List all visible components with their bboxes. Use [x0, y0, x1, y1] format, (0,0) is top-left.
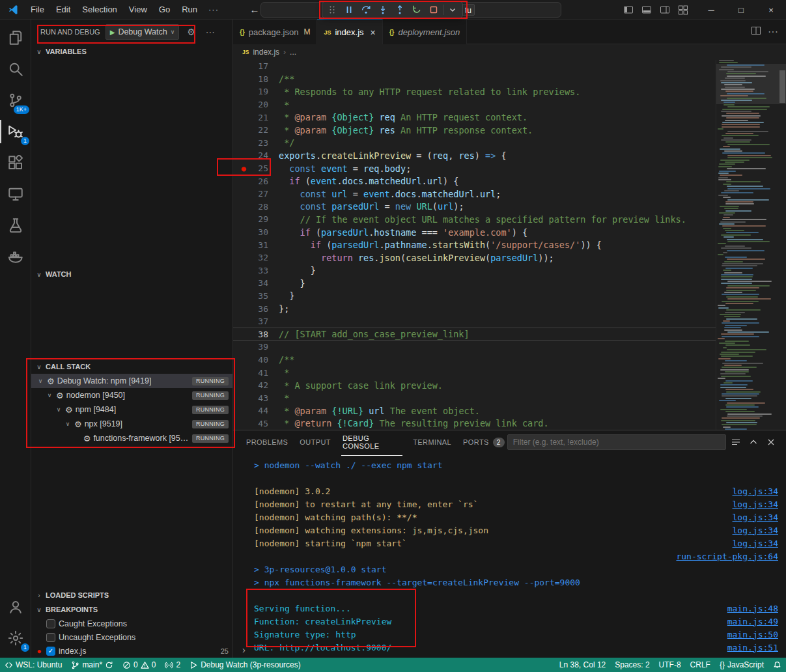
close-button[interactable]: × [756, 0, 786, 20]
code-line-42[interactable]: 42 * A support case link preview. [233, 379, 716, 392]
gutter[interactable]: 35 [233, 291, 268, 301]
indentation[interactable]: Spaces: 2 [610, 658, 654, 672]
code-line-39[interactable]: 39 [233, 341, 716, 354]
code-line-41[interactable]: 41 * [233, 366, 716, 379]
encoding[interactable]: UTF-8 [654, 658, 686, 672]
breadcrumb-file[interactable]: index.js [253, 48, 279, 57]
gutter[interactable]: 34 [233, 278, 268, 288]
section-variables[interactable]: ∨VARIABLES [31, 44, 232, 59]
open-launch-json-icon[interactable]: ⚙ [184, 27, 198, 37]
launch-config-select[interactable]: ▶ Debug Watch ∨ [105, 24, 180, 40]
call-stack-session[interactable]: ∨⚙npx [9519]RUNNING [31, 417, 232, 431]
minimize-button[interactable]: ─ [696, 0, 726, 20]
activity-explorer[interactable] [0, 22, 31, 53]
gutter[interactable]: 36 [233, 304, 268, 314]
code-line-33[interactable]: 33 } [233, 264, 716, 277]
code-line-32[interactable]: 32 return res.json(caseLinkPreview(parse… [233, 251, 716, 264]
code-line-30[interactable]: 30 if (parsedUrl.hostname === 'example.c… [233, 226, 716, 239]
ports-indicator[interactable]: 2 [160, 658, 185, 672]
activity-search[interactable] [0, 53, 31, 85]
code-line-34[interactable]: 34 } [233, 277, 716, 290]
code-line-26[interactable]: 26 if (event.docs.matchedUrl.url) { [233, 175, 716, 188]
split-editor-icon[interactable] [751, 25, 761, 38]
panel-tab-ports[interactable]: PORTS2 [462, 428, 506, 456]
activity-extensions[interactable] [0, 147, 31, 178]
call-stack-session[interactable]: ∨⚙nodemon [9450]RUNNING [31, 388, 232, 402]
source-link[interactable]: main.js:50 [727, 630, 778, 639]
gutter[interactable]: 44 [233, 406, 268, 415]
breadcrumb-symbol[interactable]: ... [290, 48, 296, 57]
code-line-19[interactable]: 19 * Responds to any HTTP request relate… [233, 85, 716, 98]
gutter[interactable]: ●25 [233, 163, 268, 173]
console-options-icon[interactable] [727, 434, 744, 451]
menu-run[interactable]: Run [176, 0, 203, 20]
menu-file[interactable]: File [25, 0, 50, 20]
editor-more-actions-icon[interactable]: ··· [768, 26, 778, 38]
section-breakpoints[interactable]: ∨BREAKPOINTS [31, 602, 232, 617]
checkbox[interactable] [46, 633, 55, 642]
panel-tab-output[interactable]: OUTPUT [298, 428, 332, 456]
activity-docker[interactable] [0, 241, 31, 272]
call-stack-session[interactable]: ∨⚙npm [9484]RUNNING [31, 402, 232, 417]
close-tab-icon[interactable]: × [371, 27, 376, 38]
gutter[interactable]: 40 [233, 355, 268, 365]
call-stack-session[interactable]: ∨⚙Debug Watch: npm [9419]RUNNING [31, 374, 232, 388]
source-link[interactable]: log.js:34 [733, 499, 778, 509]
start-debug-icon[interactable]: ▶ [110, 29, 115, 36]
code-line-31[interactable]: 31 if (parsedUrl.pathname.startsWith('/s… [233, 238, 716, 251]
gutter[interactable]: 30 [233, 227, 268, 237]
gutter[interactable]: 22 [233, 125, 268, 135]
minimap[interactable] [716, 60, 786, 430]
menu-view[interactable]: View [123, 0, 153, 20]
breakpoint-item[interactable]: Caught Exceptions [31, 617, 232, 630]
gutter[interactable]: 31 [233, 240, 268, 250]
language-mode[interactable]: {}JavaScript [715, 658, 768, 672]
views-more-actions-icon[interactable]: ··· [203, 27, 218, 37]
section-loaded-scripts[interactable]: ›LOADED SCRIPTS [31, 588, 232, 602]
code-line-28[interactable]: 28 const parsedUrl = new URL(url); [233, 201, 716, 214]
menu-selection[interactable]: Selection [76, 0, 122, 20]
gutter[interactable]: 43 [233, 393, 268, 403]
menu-go[interactable]: Go [153, 0, 176, 20]
code-line-37[interactable]: 37 [233, 315, 716, 328]
gutter[interactable]: 17 [233, 61, 268, 71]
code-line-25[interactable]: ●25 const event = req.body; [233, 162, 716, 175]
checkbox[interactable]: ✓ [46, 647, 55, 656]
section-watch[interactable]: ∨WATCH [31, 267, 232, 281]
editor-scrollbar[interactable] [779, 70, 785, 103]
pause-button[interactable] [341, 2, 358, 18]
activity-testing[interactable] [0, 210, 31, 241]
code-line-21[interactable]: 21 * @param {Object} req An HTTP request… [233, 111, 716, 124]
checkbox[interactable] [46, 619, 55, 628]
activity-settings[interactable]: 1 [0, 623, 31, 654]
source-link[interactable]: main.js:48 [727, 604, 778, 613]
code-line-38[interactable]: 38// [START add_ons_case_preview_link] [233, 328, 716, 341]
code-line-22[interactable]: 22 * @param {Object} res An HTTP respons… [233, 124, 716, 137]
code-line-29[interactable]: 29 // If the event object URL matches a … [233, 213, 716, 226]
call-stack-session[interactable]: ⚙functions-framework [954...RUNNING [31, 431, 232, 445]
step-over-button[interactable] [358, 2, 374, 18]
remote-indicator[interactable]: WSL: Ubuntu [0, 658, 66, 672]
toggle-sidebar-icon[interactable] [619, 0, 638, 20]
gutter[interactable]: 42 [233, 380, 268, 390]
tab-index.js[interactable]: JSindex.js× [317, 20, 382, 44]
panel-tab-problems[interactable]: PROBLEMS [245, 428, 289, 456]
gutter[interactable]: 45 [233, 419, 268, 428]
gutter[interactable]: 39 [233, 342, 268, 352]
tab-package.json[interactable]: {}package.jsonM [233, 20, 317, 44]
chevron-down-icon[interactable]: ∨ [46, 392, 53, 399]
gutter[interactable]: 33 [233, 266, 268, 275]
breakpoint-item[interactable]: ●✓index.js25 [31, 644, 232, 658]
panel-tab-debug-console[interactable]: DEBUG CONSOLE [341, 428, 402, 456]
notifications-bell[interactable] [768, 658, 786, 672]
step-out-button[interactable] [391, 2, 408, 18]
chevron-down-icon[interactable]: ∨ [36, 378, 44, 384]
problems-indicator[interactable]: 0 0 [118, 658, 160, 672]
menu-edit[interactable]: Edit [50, 0, 76, 20]
gutter[interactable]: 19 [233, 87, 268, 96]
source-link[interactable]: run-script-pkg.js:64 [676, 552, 778, 561]
gutter[interactable]: 27 [233, 189, 268, 199]
source-link[interactable]: log.js:34 [733, 525, 778, 535]
stop-button[interactable] [425, 2, 442, 18]
activity-run-and-debug[interactable]: 1 [0, 116, 31, 147]
